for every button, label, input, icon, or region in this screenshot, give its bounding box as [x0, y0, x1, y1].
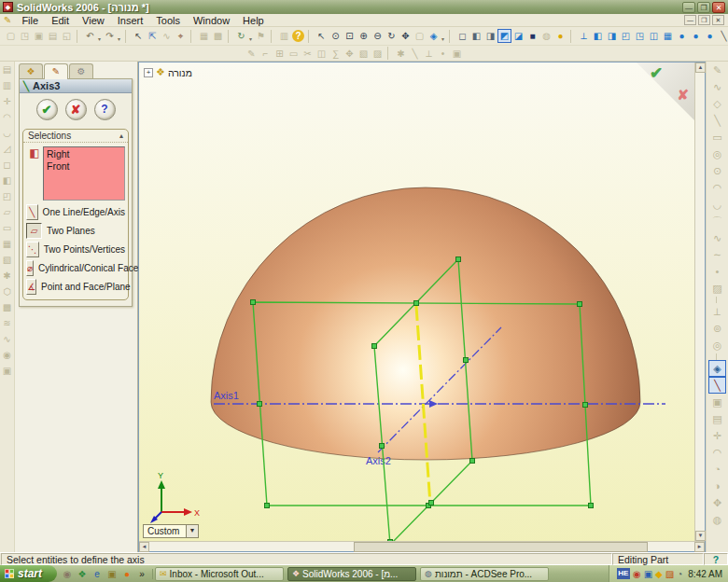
- sketch-line-icon[interactable]: ╲: [408, 47, 422, 61]
- menu-help[interactable]: Help: [236, 14, 271, 27]
- section-view-icon[interactable]: ◍: [539, 29, 553, 43]
- smart-dimension-r-icon[interactable]: ◇: [708, 95, 726, 112]
- menu-window[interactable]: Window: [187, 14, 236, 27]
- part-name-label[interactable]: מנורה: [168, 67, 192, 78]
- zoom-in-out-icon[interactable]: ⊕: [357, 29, 371, 43]
- option-point-and-face-plane[interactable]: ∡Point and Face/Plane: [23, 277, 128, 296]
- centerpoint-arc-icon[interactable]: ⊙: [708, 162, 726, 179]
- scroll-down-icon[interactable]: ▼: [695, 531, 706, 541]
- horizontal-scrollbar[interactable]: ◄ ►: [139, 541, 705, 551]
- antivirus-tray-icon[interactable]: ◆: [655, 569, 663, 579]
- option-two-planes[interactable]: ▱Two Planes: [23, 221, 128, 240]
- standard-views-icon[interactable]: ◈: [427, 29, 441, 43]
- language-indicator[interactable]: HE: [617, 568, 630, 579]
- update-tray-icon[interactable]: ▨: [665, 569, 674, 579]
- open-document-icon[interactable]: ◳: [18, 29, 32, 43]
- dome-feature-icon[interactable]: ∿: [0, 331, 14, 347]
- featuremanager-tab[interactable]: ❖: [19, 63, 43, 78]
- fillet-icon[interactable]: ◰: [0, 188, 14, 204]
- volume-tray-icon[interactable]: ◔: [677, 569, 682, 579]
- right-view-icon[interactable]: ◳: [633, 29, 647, 43]
- model-canvas[interactable]: Axis1 Axis2: [139, 62, 696, 543]
- offset-entities-icon[interactable]: ▭: [287, 47, 301, 61]
- task-acdsee[interactable]: ◍תמונות - ACDSee Pro...: [420, 567, 549, 581]
- reference-curve-icon[interactable]: ⌖: [174, 29, 188, 43]
- debug-icon[interactable]: ◉: [61, 569, 74, 579]
- view-orientation-combo[interactable]: Custom ▼: [143, 524, 199, 538]
- sketch-icon[interactable]: ✎: [708, 62, 726, 78]
- task-outlook[interactable]: ✉Inbox - Microsoft Out...: [155, 567, 284, 581]
- shadows-in-shaded-mode-icon[interactable]: ■: [525, 29, 539, 43]
- propertymanager-tab[interactable]: ✎: [44, 63, 68, 79]
- redo-icon[interactable]: ↷: [103, 29, 117, 43]
- extruded-boss-icon[interactable]: ▤: [0, 62, 14, 77]
- help-button[interactable]: ?: [94, 99, 116, 120]
- scroll-right-icon[interactable]: ►: [694, 542, 705, 552]
- doc-close-button[interactable]: ✕: [712, 15, 724, 25]
- freeform-icon[interactable]: ✥: [708, 494, 726, 511]
- back-view-icon[interactable]: ◨: [605, 29, 619, 43]
- shape-feature-icon[interactable]: ◉: [0, 347, 14, 363]
- sketch-tool-icon[interactable]: ✎: [245, 47, 259, 61]
- clock[interactable]: 8:42 AM: [688, 569, 722, 579]
- option-two-points-vertices[interactable]: ⋱Two Points/Vertices: [23, 240, 128, 258]
- menu-file[interactable]: File: [15, 14, 45, 27]
- pan-icon[interactable]: ✥: [399, 29, 413, 43]
- hole-wizard-icon[interactable]: ✱: [0, 268, 14, 284]
- select-arrow-icon[interactable]: ↖: [315, 29, 329, 43]
- convert-icon[interactable]: ⊚: [708, 320, 726, 337]
- undo-icon[interactable]: ↶: [83, 29, 97, 43]
- dome-r-icon[interactable]: ◑: [708, 478, 726, 494]
- flex-icon[interactable]: ◠: [708, 444, 726, 461]
- sketch-entity-icon[interactable]: ∿: [160, 29, 174, 43]
- circle-icon[interactable]: ◎: [708, 146, 726, 162]
- mirror-feature-icon[interactable]: ≋: [0, 315, 14, 331]
- top-view-icon[interactable]: ◫: [647, 29, 661, 43]
- selected-entity-right[interactable]: Right: [47, 148, 121, 160]
- line-icon[interactable]: ╲: [708, 112, 726, 129]
- combo-dropdown-icon[interactable]: ▼: [186, 525, 198, 537]
- cancel-button[interactable]: ✘: [65, 99, 87, 120]
- isometric-view-icon[interactable]: ●: [675, 29, 689, 43]
- dome-surface[interactable]: [211, 187, 640, 460]
- 3d-sketch-icon[interactable]: ∿: [708, 78, 726, 95]
- chevron-icon[interactable]: »: [135, 569, 148, 579]
- firefox-icon[interactable]: ●: [120, 569, 133, 579]
- reference-axis-2-icon[interactable]: ⟂: [422, 47, 436, 61]
- bottom-view-icon[interactable]: ▦: [661, 29, 675, 43]
- scroll-up-icon[interactable]: ▲: [695, 62, 706, 73]
- print-icon[interactable]: ▤: [46, 29, 60, 43]
- scrollbar-thumb[interactable]: [354, 542, 648, 552]
- two-planes-icon[interactable]: ▱: [26, 223, 42, 239]
- menu-tools[interactable]: Tools: [149, 14, 187, 27]
- realview-graphics-icon[interactable]: ●: [553, 29, 567, 43]
- new-document-icon[interactable]: ▢: [4, 29, 18, 43]
- sketch-point-icon[interactable]: ✱: [394, 47, 408, 61]
- lofted-cut-icon[interactable]: ◧: [0, 173, 14, 188]
- chamfer-icon[interactable]: ▱: [0, 204, 14, 220]
- 3d-drawing-view-icon[interactable]: ▢: [413, 29, 427, 43]
- move-face-icon[interactable]: ✛: [708, 427, 726, 444]
- help-icon[interactable]: ?: [292, 30, 304, 42]
- lofted-boss-icon[interactable]: ◠: [0, 109, 14, 125]
- curves-icon[interactable]: ▣: [708, 394, 726, 410]
- front-view-icon[interactable]: ◧: [591, 29, 605, 43]
- move-entities-icon[interactable]: ✥: [343, 47, 357, 61]
- point-and-face-plane-icon[interactable]: ∡: [26, 279, 36, 295]
- wrap-icon[interactable]: ◔: [708, 461, 726, 478]
- display-relations-icon[interactable]: ▧: [357, 47, 371, 61]
- close-button[interactable]: ✕: [712, 2, 725, 13]
- trimetric-view-icon[interactable]: ●: [689, 29, 703, 43]
- selection-listbox[interactable]: RightFront: [43, 146, 125, 201]
- mirror-entities-icon[interactable]: ◫: [315, 47, 329, 61]
- save-icon[interactable]: ▣: [32, 29, 46, 43]
- coordinate-system-icon[interactable]: ▣: [450, 47, 464, 61]
- one-line-edge-axis-icon[interactable]: ╲: [26, 204, 38, 220]
- print-preview-icon[interactable]: ◱: [60, 29, 74, 43]
- swept-cut-icon[interactable]: ◻: [0, 157, 14, 173]
- instant-3d-icon[interactable]: ▤: [708, 410, 726, 427]
- acdsee-tray-icon[interactable]: ◉: [633, 569, 641, 579]
- extruded-cut-icon[interactable]: ◡: [0, 125, 14, 141]
- zoom-to-fit-icon[interactable]: ⊙: [329, 29, 343, 43]
- task-solidworks[interactable]: ❖SolidWorks 2006 - [מ...: [287, 567, 416, 581]
